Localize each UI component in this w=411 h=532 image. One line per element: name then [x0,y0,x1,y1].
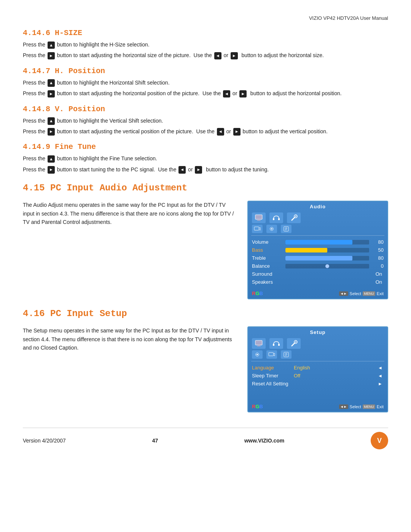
up-icon: ▲ [48,42,55,49]
small-icon-3 [281,225,292,233]
svg-rect-17 [273,344,274,346]
left-icon: ◄ [214,52,221,60]
text-4146-p2: Press the ► button to start adjusting th… [23,51,388,59]
setup-menu-rows: Language English ◄ Sleep Timer Off ◄ Res… [248,362,387,401]
heading-4148: 4.14.8 V. Position [23,105,388,113]
svg-rect-2 [257,220,261,221]
speakers-value: On [282,279,384,285]
audio-footer-nav: ◄► Select MENU Exit [339,291,384,296]
svg-rect-23 [269,353,273,356]
svg-rect-14 [255,340,262,345]
page-footer: Version 4/20/2007 47 www.VIZIO.com V [23,428,388,449]
sleep-arrow: ◄ [377,373,384,379]
svg-rect-4 [278,218,280,220]
right-icon: ► [231,52,238,60]
reset-label: Reset All Setting [252,381,294,387]
heading-415: 4.15 PC Input Audio Adjustment [23,183,388,193]
up-icon-2: ▲ [48,79,55,87]
audio-menu-screenshot: Audio [247,201,388,299]
setup-headphones-icon [269,338,283,349]
setup-menu-title: Setup [248,327,387,337]
wrench-icon [287,212,301,223]
left-icon-2: ◄ [223,90,230,98]
menu-btn-audio: MENU [363,291,375,296]
enter-icon-4: ► [48,166,55,174]
text-416-body: The Setup menu operates in the same way … [23,326,236,352]
small-icon-2 [266,225,277,233]
section-416: 4.16 PC Input Setup The Setup menu opera… [23,308,388,412]
bass-value: 50 [372,247,384,253]
setup-menu-screenshot: Setup [247,326,388,412]
page-header: VIZIO VP42 HDTV20A User Manual [23,15,388,21]
setup-monitor-icon [252,338,266,349]
select-btn-audio: ◄► [339,291,348,296]
section-4148: 4.14.8 V. Position Press the ▲ button to… [23,105,388,136]
text-4147-p2: Press the ► button to start adjusting th… [23,89,388,97]
left-icon-4: ◄ [178,166,186,174]
enter-icon: ► [48,52,55,60]
audio-row-volume: Volume 80 [252,238,384,246]
text-4148-p2: Press the ► button to start adjusting th… [23,127,388,136]
audio-menu-divider [251,235,384,236]
audio-menu-rows: Volume 80 Bass 50 [248,236,387,288]
footer-page: 47 [152,438,158,444]
text-4146-p1: Press the ▲ button to highlight the H-Si… [23,40,388,49]
audio-row-speakers: Speakers On [252,278,384,286]
audio-menu-icons-row1 [248,211,387,224]
treble-label: Treble [252,255,282,261]
section-4147: 4.14.7 H. Position Press the ▲ button to… [23,67,388,98]
bass-bar [285,248,327,252]
volume-bar [285,240,352,244]
setup-menu-divider [251,361,384,361]
heading-416: 4.16 PC Input Setup [23,308,388,319]
vizio-logo: V [371,432,388,449]
surround-label: Surround [252,271,282,277]
setup-row-language: Language English ◄ [252,364,384,372]
setup-tv-menu: Setup [247,326,388,412]
svg-rect-18 [278,344,280,346]
setup-menu-icons-row1 [248,337,387,350]
setup-footer-nav: ◄► Select MENU Exit [339,404,384,409]
reset-arrow: ► [377,381,384,387]
audio-row-treble: Treble 80 [252,254,384,262]
setup-wrench-icon [287,338,301,349]
svg-rect-3 [273,218,274,220]
svg-rect-0 [255,215,262,219]
right-icon-3: ► [233,128,241,136]
svg-rect-15 [258,345,260,346]
treble-bar-container [285,256,369,260]
audio-rgb-label: RGB [252,291,263,296]
audio-menu-footer: RGB ◄► Select MENU Exit [248,289,387,299]
setup-menu-icons-row2 [248,350,387,360]
speakers-label: Speakers [252,279,282,285]
audio-row-surround: Surround On [252,270,384,278]
audio-row-bass: Bass 50 [252,246,384,254]
sleep-value: Off [294,373,377,379]
up-icon-3: ▲ [48,117,55,125]
heading-4147: 4.14.7 H. Position [23,67,388,75]
small-icon-1 [252,225,263,233]
treble-value: 80 [372,255,384,261]
section-4149: 4.14.9 Fine Tune Press the ▲ button to h… [23,142,388,174]
heading-4149: 4.14.9 Fine Tune [23,142,388,151]
setup-rgb-label: RGB [252,404,263,409]
audio-row-balance: Balance 0 [252,262,384,270]
balance-label: Balance [252,263,282,269]
select-btn-setup: ◄► [339,404,348,409]
menu-btn-setup: MENU [363,404,375,409]
svg-point-21 [295,342,296,343]
setup-small-icon-3 [281,350,292,359]
treble-bar [285,256,352,260]
left-icon-3: ◄ [217,128,224,136]
svg-rect-8 [254,227,259,230]
right-icon-2: ► [239,90,247,98]
audio-menu-icons-row2 [248,224,387,235]
volume-bar-container [285,240,369,244]
audio-tv-menu: Audio [247,201,388,299]
volume-value: 80 [372,239,384,245]
right-icon-4: ► [195,166,202,174]
section-415: 4.15 PC Input Audio Adjustment The Audio… [23,183,388,299]
setup-row-sleep: Sleep Timer Off ◄ [252,372,384,380]
text-4148-p1: Press the ▲ button to highlight the Vert… [23,117,388,125]
balance-value: 0 [372,263,384,269]
